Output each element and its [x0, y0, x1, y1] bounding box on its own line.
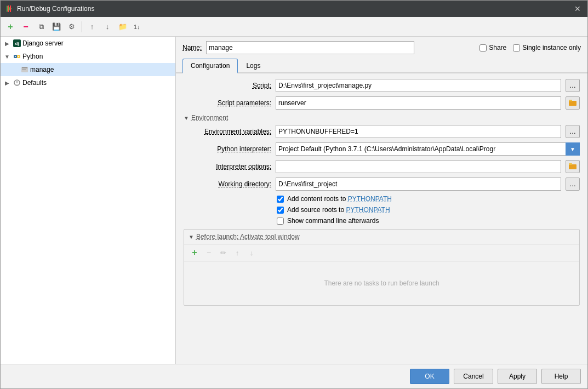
before-launch-expand-arrow[interactable]: ▼: [189, 234, 194, 240]
share-checkbox[interactable]: [479, 44, 487, 52]
before-launch-down-button[interactable]: ↓: [246, 247, 258, 259]
interpreter-options-input[interactable]: [276, 160, 561, 173]
show-command-line-row: Show command line afterwards: [184, 217, 580, 225]
interpreter-options-button[interactable]: [566, 160, 580, 173]
move-down-button[interactable]: ↓: [101, 20, 114, 33]
sidebar-item-label: Defaults: [22, 79, 47, 87]
environment-section-title: Environment: [191, 114, 228, 122]
browse-folder-icon: [569, 99, 576, 107]
folder-button[interactable]: 📁: [116, 20, 129, 33]
svg-rect-2: [10, 5, 11, 12]
svg-marker-0: [7, 5, 12, 12]
add-icon: +: [8, 22, 13, 32]
before-launch-toolbar: + − ✏ ↑ ↓: [184, 244, 579, 261]
toolbar-separator: [82, 21, 82, 32]
sidebar-item-defaults[interactable]: ▶ Defaults: [1, 76, 175, 89]
name-row: Name: manage Share Single instance only: [176, 37, 587, 59]
script-params-row: Script parameters: runserver: [184, 96, 580, 110]
env-vars-input[interactable]: PYTHONUNBUFFERED=1: [276, 125, 561, 138]
svg-rect-14: [569, 101, 576, 106]
copy-config-button[interactable]: ⧉: [35, 20, 48, 33]
single-instance-label[interactable]: Single instance only: [522, 44, 581, 52]
script-params-input[interactable]: runserver: [276, 96, 561, 110]
script-label: Script:: [184, 82, 271, 89]
add-config-button[interactable]: +: [4, 20, 17, 33]
add-source-roots-checkbox[interactable]: [277, 207, 284, 214]
interpreter-options-row: Interpreter options:: [184, 160, 580, 173]
sidebar-item-python[interactable]: ▼ Python: [1, 50, 175, 63]
apply-button[interactable]: Apply: [498, 369, 537, 384]
settings-button[interactable]: ⚙: [65, 20, 78, 33]
configuration-panel: Script: D:\Envs\first_project\manage.py …: [176, 73, 587, 364]
before-launch-up-button[interactable]: ↑: [231, 247, 243, 259]
sort-button[interactable]: 1↓: [132, 20, 145, 33]
script-browse-button[interactable]: …: [566, 79, 580, 92]
cancel-button[interactable]: Cancel: [454, 369, 493, 384]
tree-expand-arrow: ▶: [3, 78, 12, 87]
tabs-row: Configuration Logs: [176, 59, 587, 73]
sidebar-item-label: Django server: [22, 39, 64, 47]
add-content-roots-checkbox[interactable]: [277, 196, 284, 203]
name-label: Name:: [182, 44, 202, 52]
sidebar-item-manage[interactable]: manage: [1, 63, 175, 76]
help-button[interactable]: Help: [541, 369, 581, 384]
add-source-roots-label[interactable]: Add source roots to PYTHONPATH: [287, 206, 390, 214]
name-input[interactable]: manage: [206, 41, 414, 54]
sidebar-item-django-server[interactable]: ▶ dj Django server: [1, 37, 175, 50]
script-params-browse-button[interactable]: [566, 96, 580, 110]
save-config-button[interactable]: 💾: [50, 20, 63, 33]
tree-expand-arrow: ▼: [3, 52, 12, 61]
python-interpreter-input[interactable]: Project Default (Python 3.7.1 (C:\Users\…: [276, 142, 566, 156]
dropdown-arrow-icon: ▼: [570, 146, 575, 152]
show-command-line-checkbox[interactable]: [277, 218, 284, 225]
working-dir-row: Working directory: D:\Envs\first_project…: [184, 178, 580, 191]
toolbar: + − ⧉ 💾 ⚙ ↑ ↓ 📁 1↓: [1, 17, 587, 37]
tab-logs[interactable]: Logs: [238, 59, 269, 73]
python-interpreter-dropdown-button[interactable]: ▼: [566, 142, 580, 156]
plus-icon: +: [192, 248, 197, 258]
tab-configuration[interactable]: Configuration: [182, 59, 238, 73]
arrow-down-icon: ↓: [106, 22, 110, 31]
title-bar: Run/Debug Configurations ✕: [1, 1, 587, 17]
section-collapse-arrow[interactable]: ▼: [184, 115, 189, 121]
manage-icon: [20, 65, 29, 74]
move-up-button[interactable]: ↑: [85, 20, 99, 33]
sidebar: ▶ dj Django server ▼ Python: [1, 37, 176, 364]
svg-point-6: [15, 56, 16, 57]
settings-icon: ⚙: [68, 22, 75, 31]
script-input[interactable]: D:\Envs\first_project\manage.py: [276, 79, 561, 92]
save-icon: 💾: [52, 22, 61, 31]
share-label[interactable]: Share: [489, 44, 506, 52]
add-content-roots-label[interactable]: Add content roots to PYTHONPATH: [287, 195, 392, 203]
svg-rect-1: [8, 5, 9, 12]
single-instance-checkbox[interactable]: [513, 44, 520, 52]
show-command-line-label[interactable]: Show command line afterwards: [287, 217, 379, 225]
interpreter-options-label: Interpreter options:: [184, 163, 271, 170]
python-icon: [13, 52, 21, 61]
remove-config-button[interactable]: −: [19, 20, 32, 33]
minus-icon: −: [23, 22, 28, 32]
ok-button[interactable]: OK: [410, 369, 449, 384]
before-launch-remove-button[interactable]: −: [203, 247, 215, 259]
title-bar-left: Run/Debug Configurations: [5, 4, 94, 13]
python-interpreter-row: Python interpreter: Project Default (Pyt…: [184, 142, 580, 156]
env-vars-row: Environment variables: PYTHONUNBUFFERED=…: [184, 125, 580, 138]
env-vars-button[interactable]: …: [566, 125, 580, 138]
working-dir-browse-button[interactable]: …: [566, 178, 580, 191]
before-launch-header: ▼ Before launch: Activate tool window: [184, 230, 579, 244]
down-arrow-icon: ↓: [250, 249, 254, 257]
django-icon: dj: [13, 39, 21, 48]
svg-rect-9: [22, 67, 27, 68]
svg-point-7: [18, 56, 19, 57]
arrow-up-icon: ↑: [90, 22, 94, 31]
title-text: Run/Debug Configurations: [17, 5, 94, 13]
working-dir-input[interactable]: D:\Envs\first_project: [276, 178, 561, 191]
ellipsis2-icon: …: [569, 180, 576, 188]
main-content: ▶ dj Django server ▼ Python: [1, 37, 587, 364]
before-launch-edit-button[interactable]: ✏: [217, 247, 229, 259]
up-arrow-icon: ↑: [236, 249, 239, 257]
close-button[interactable]: ✕: [572, 4, 583, 14]
before-launch-add-button[interactable]: +: [189, 247, 201, 259]
python-interpreter-label: Python interpreter:: [184, 145, 271, 153]
svg-rect-16: [569, 164, 576, 169]
